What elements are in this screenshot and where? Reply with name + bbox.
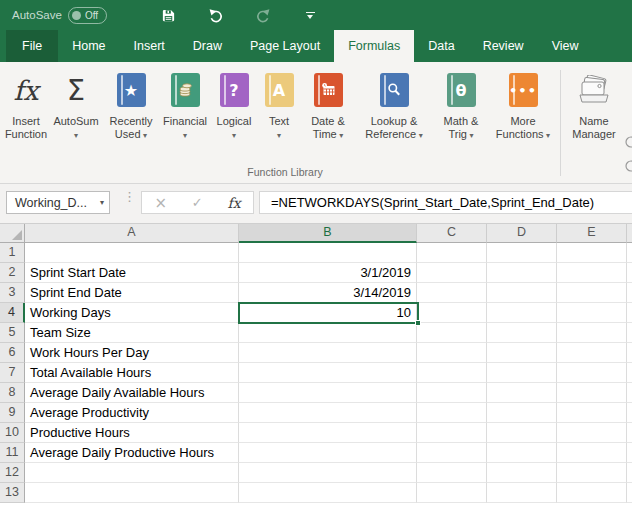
cell-D10[interactable] — [487, 423, 557, 443]
cell-B10[interactable] — [239, 423, 417, 443]
cell-A10[interactable]: Productive Hours — [25, 423, 239, 443]
cell-A8[interactable]: Average Daily Available Hours — [25, 383, 239, 403]
cell-A7[interactable]: Total Available Hours — [25, 363, 239, 383]
cell-D13[interactable] — [487, 483, 557, 503]
cell-D4[interactable] — [487, 303, 557, 323]
row-header-7[interactable]: 7 — [0, 363, 25, 383]
formula-input[interactable]: =NETWORKDAYS(Sprint_Start_Date,Sprint_En… — [259, 191, 632, 214]
cell-D1[interactable] — [487, 243, 557, 263]
cell-A5[interactable]: Team Size — [25, 323, 239, 343]
cell-E13[interactable] — [557, 483, 627, 503]
cell-A13[interactable] — [25, 483, 239, 503]
cell-A4[interactable]: Working Days — [25, 303, 239, 323]
cell-D9[interactable] — [487, 403, 557, 423]
autosave-toggle[interactable]: AutoSave Off — [12, 7, 107, 24]
cell-A9[interactable]: Average Productivity — [25, 403, 239, 423]
cell-B12[interactable] — [239, 463, 417, 483]
cell-E1[interactable] — [557, 243, 627, 263]
cell-A3[interactable]: Sprint End Date — [25, 283, 239, 303]
cell-B5[interactable] — [239, 323, 417, 343]
cell-C12[interactable] — [417, 463, 487, 483]
row-header-8[interactable]: 8 — [0, 383, 25, 403]
cell-B1[interactable] — [239, 243, 417, 263]
tab-insert[interactable]: Insert — [120, 30, 179, 62]
cell-E4[interactable] — [557, 303, 627, 323]
cell-D6[interactable] — [487, 343, 557, 363]
cell-B4[interactable]: 10 — [239, 303, 417, 323]
select-all-corner[interactable] — [0, 224, 25, 243]
cell-D12[interactable] — [487, 463, 557, 483]
column-header-A[interactable]: A — [25, 224, 239, 243]
column-header-E[interactable]: E — [557, 224, 627, 243]
cell-C3[interactable] — [417, 283, 487, 303]
cell-C4[interactable] — [417, 303, 487, 323]
cell-E12[interactable] — [557, 463, 627, 483]
name-box[interactable]: Working_D... ▾ — [6, 191, 110, 214]
row-header-9[interactable]: 9 — [0, 403, 25, 423]
insert-function-button[interactable]: fx InsertFunction — [2, 68, 50, 141]
name-manager-button[interactable]: NameManager — [565, 68, 623, 141]
cell-E7[interactable] — [557, 363, 627, 383]
tab-formulas[interactable]: Formulas — [334, 30, 414, 62]
row-header-4[interactable]: 4 — [0, 303, 25, 323]
cancel-icon[interactable]: × — [154, 194, 167, 212]
cell-C8[interactable] — [417, 383, 487, 403]
cell-A11[interactable]: Average Daily Productive Hours — [25, 443, 239, 463]
cell-B9[interactable] — [239, 403, 417, 423]
cell-B13[interactable] — [239, 483, 417, 503]
column-header-B[interactable]: B — [239, 224, 417, 243]
cell-A12[interactable] — [25, 463, 239, 483]
name-box-dropdown-icon[interactable]: ▾ — [100, 198, 104, 207]
cell-D11[interactable] — [487, 443, 557, 463]
cell-C9[interactable] — [417, 403, 487, 423]
autosum-button[interactable]: Σ AutoSum — [50, 68, 102, 142]
date-time-button[interactable]: Date &Time — [300, 68, 356, 142]
cell-C2[interactable] — [417, 263, 487, 283]
cell-A1[interactable] — [25, 243, 239, 263]
cell-E9[interactable] — [557, 403, 627, 423]
cell-D2[interactable] — [487, 263, 557, 283]
cell-C5[interactable] — [417, 323, 487, 343]
text-button[interactable]: A Text — [258, 68, 300, 142]
cell-D8[interactable] — [487, 383, 557, 403]
row-header-2[interactable]: 2 — [0, 263, 25, 283]
undo-button[interactable] — [203, 2, 229, 28]
cell-C1[interactable] — [417, 243, 487, 263]
customize-quick-access-button[interactable] — [297, 2, 323, 28]
cell-E8[interactable] — [557, 383, 627, 403]
tab-draw[interactable]: Draw — [179, 30, 236, 62]
cell-C7[interactable] — [417, 363, 487, 383]
cell-D3[interactable] — [487, 283, 557, 303]
insert-function-fx-icon[interactable]: fx — [228, 195, 241, 211]
recently-used-button[interactable]: ★ RecentlyUsed — [102, 68, 160, 142]
math-trig-button[interactable]: θ Math &Trig — [432, 68, 490, 142]
more-functions-button[interactable]: ••• MoreFunctions — [490, 68, 556, 142]
row-header-3[interactable]: 3 — [0, 283, 25, 303]
cell-B2[interactable]: 3/1/2019 — [239, 263, 417, 283]
tab-view[interactable]: View — [538, 30, 593, 62]
logical-button[interactable]: ? Logical — [210, 68, 258, 142]
row-header-12[interactable]: 12 — [0, 463, 25, 483]
row-header-6[interactable]: 6 — [0, 343, 25, 363]
cell-E2[interactable] — [557, 263, 627, 283]
financial-button[interactable]: Financial — [160, 68, 210, 142]
cell-A6[interactable]: Work Hours Per Day — [25, 343, 239, 363]
tab-home[interactable]: Home — [58, 30, 119, 62]
cell-E5[interactable] — [557, 323, 627, 343]
cell-B7[interactable] — [239, 363, 417, 383]
tab-page-layout[interactable]: Page Layout — [236, 30, 334, 62]
cell-D7[interactable] — [487, 363, 557, 383]
cell-C6[interactable] — [417, 343, 487, 363]
enter-icon[interactable]: ✓ — [192, 195, 203, 210]
row-header-13[interactable]: 13 — [0, 483, 25, 503]
row-header-10[interactable]: 10 — [0, 423, 25, 443]
cell-D5[interactable] — [487, 323, 557, 343]
cell-B8[interactable] — [239, 383, 417, 403]
cell-B6[interactable] — [239, 343, 417, 363]
autosave-pill[interactable]: Off — [68, 7, 107, 24]
cell-A2[interactable]: Sprint Start Date — [25, 263, 239, 283]
tab-data[interactable]: Data — [414, 30, 468, 62]
save-button[interactable] — [155, 2, 181, 28]
row-header-11[interactable]: 11 — [0, 443, 25, 463]
redo-button[interactable] — [249, 2, 275, 28]
